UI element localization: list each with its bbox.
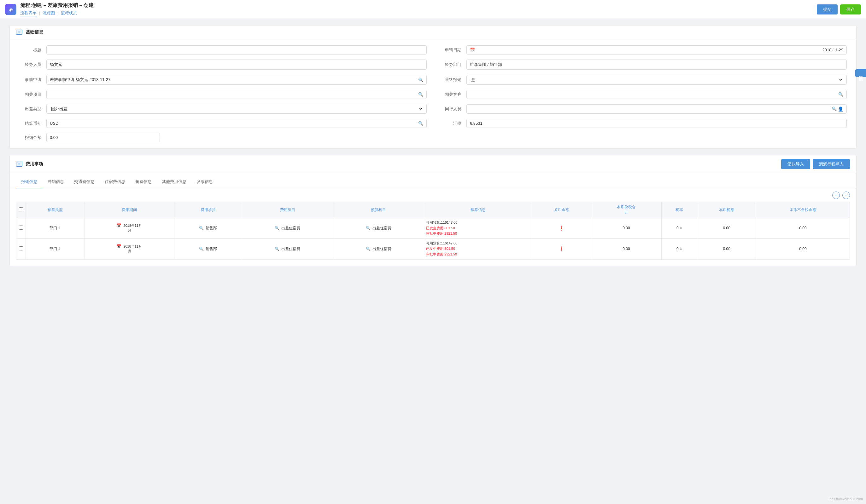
row2-budget-type-value: 部门: [49, 246, 57, 252]
related-project-search-icon[interactable]: 🔍: [418, 92, 423, 97]
remove-row-button[interactable]: −: [842, 192, 850, 199]
basic-info-header: ≡ 基础信息: [10, 25, 856, 39]
row1-bearer-value: 销售部: [206, 226, 217, 230]
trip-type-input[interactable]: 国外出差 国内出差: [46, 104, 427, 114]
pre-apply-input[interactable]: 差旅事前申请-杨文元-2018-11-27 🔍: [46, 75, 427, 85]
companion-input[interactable]: 🔍 👤: [466, 104, 847, 114]
dept-input[interactable]: 维森集团 / 销售部: [466, 59, 847, 70]
save-button[interactable]: 保存: [840, 4, 861, 14]
col-local-no-tax: 本币不含税金额: [756, 202, 850, 218]
operator-label: 经办人员: [19, 62, 41, 67]
row1-local-tax-total: 0.00: [591, 218, 661, 239]
pre-apply-value: 差旅事前申请-杨文元-2018-11-27: [50, 77, 418, 82]
amount-input[interactable]: 0.00: [46, 133, 160, 142]
row2-budget-subject: 🔍 出差住宿费: [333, 239, 424, 259]
row1-period-icon: 📅: [117, 224, 121, 228]
related-customer-input[interactable]: 🔍: [466, 90, 847, 99]
header-nav: 流程表单 | 流程图 | 流程状态: [20, 10, 94, 16]
trip-type-select[interactable]: 国外出差 国内出差: [50, 106, 423, 112]
apply-date-input[interactable]: 📅 2018-11-29: [466, 45, 847, 55]
row1-local-tax: 0.00: [697, 218, 756, 239]
header-left: 流程:创建 – 差旅费用报销 – 创建 流程表单 | 流程图 | 流程状态: [20, 2, 94, 16]
row2-budget-subject-search-icon[interactable]: 🔍: [366, 247, 370, 251]
currency-label: 结算币别: [19, 121, 41, 126]
row2-period: 📅 2018年11月月: [85, 239, 174, 259]
row2-tax-rate-arrow: ⇕: [679, 247, 682, 251]
nav-item-diagram[interactable]: 流程图: [43, 10, 55, 16]
add-row-button[interactable]: +: [832, 192, 840, 199]
row2-checkbox[interactable]: [19, 246, 23, 250]
row1-budget-subject: 🔍 出差住宿费: [333, 218, 424, 239]
related-customer-search-icon[interactable]: 🔍: [838, 92, 843, 97]
nav-item-status[interactable]: 流程状态: [61, 10, 77, 16]
apply-date-value: 2018-11-29: [822, 48, 844, 52]
row2-budget-subject-value: 出差住宿费: [373, 247, 391, 251]
exchange-rate-input[interactable]: 6.8531: [466, 119, 847, 128]
row1-budget-approved: 审批中费用:2921.50: [426, 231, 530, 237]
trip-type-label: 出差类型: [19, 106, 41, 112]
didi-import-button[interactable]: 滴滴行程导入: [813, 159, 850, 169]
row2-bearer-search-icon[interactable]: 🔍: [199, 247, 204, 251]
col-bearer: 费用承担: [174, 202, 242, 218]
row2-expense-item-search-icon[interactable]: 🔍: [275, 247, 279, 251]
col-budget-type: 预算类型: [26, 202, 85, 218]
row2-budget-used: 已发生费用:801.50: [426, 246, 530, 252]
companion-search-icon[interactable]: 🔍: [832, 106, 837, 111]
row1-expense-item: 🔍 出差住宿费: [242, 218, 333, 239]
final-reimburse-select[interactable]: 是 否: [470, 77, 843, 82]
nav-item-form[interactable]: 流程表单: [20, 10, 36, 16]
pre-apply-search-icon[interactable]: 🔍: [418, 78, 423, 82]
table-row: 部门 ⇕ 📅 2018年11月月 🔍 销售部: [16, 239, 850, 259]
row1-checkbox[interactable]: [19, 226, 23, 230]
row2-tax-rate-value: 0: [676, 247, 679, 251]
tab-transport[interactable]: 交通费信息: [69, 176, 100, 188]
title-field[interactable]: 差旅费用报销-杨文元-2018-11-29: [50, 48, 423, 52]
row1-checkbox-cell: [16, 218, 26, 239]
basic-info-icon: ≡: [16, 30, 22, 35]
title-row: 标题 差旅费用报销-杨文元-2018-11-29: [19, 45, 427, 55]
dept-row: 经办部门 维森集团 / 销售部: [439, 59, 847, 70]
row1-budget-subject-search-icon[interactable]: 🔍: [366, 226, 370, 230]
row1-budget-available: 可用预算:116147.00: [426, 220, 530, 226]
row1-expense-item-search-icon[interactable]: 🔍: [275, 226, 279, 230]
expense-table: 预算类型 费用期间 费用承担 费用项目 预算科目 预算信息 原币金额 本币价税合…: [16, 202, 850, 260]
basic-info-section: ≡ 基础信息 标题 差旅费用报销-杨文元-2018-11-29 申请日期 📅 2…: [10, 25, 856, 149]
row1-bearer-search-icon[interactable]: 🔍: [199, 226, 204, 230]
col-tax-rate: 税率: [662, 202, 697, 218]
col-local-tax-total: 本币价税合计: [591, 202, 661, 218]
final-reimburse-input[interactable]: 是 否: [466, 75, 847, 85]
row2-budget-type-arrow: ⇕: [58, 247, 61, 251]
tab-reimbursement[interactable]: 报销信息: [16, 176, 43, 188]
related-project-input[interactable]: 🔍: [46, 90, 427, 99]
row1-budget-used: 已发生费用:801.50: [426, 226, 530, 231]
operator-value: 杨文元: [50, 62, 62, 67]
related-project-row: 相关项目 🔍: [19, 90, 427, 99]
expense-items-title: 费用事项: [25, 161, 43, 167]
tab-meals[interactable]: 餐费信息: [130, 176, 157, 188]
row1-expense-item-value: 出差住宿费: [281, 226, 300, 230]
row2-budget-approved: 审批中费用:2921.50: [426, 252, 530, 257]
tab-accommodation[interactable]: 住宿费信息: [100, 176, 130, 188]
amount-placeholder: [439, 133, 847, 142]
row2-budget-type: 部门 ⇕: [26, 239, 85, 259]
related-customer-row: 相关客户 🔍: [439, 90, 847, 99]
row1-bearer: 🔍 销售部: [174, 218, 242, 239]
row2-original-amount: ❗: [532, 239, 591, 259]
select-all-checkbox[interactable]: [19, 207, 23, 211]
col-local-tax: 本币税额: [697, 202, 756, 218]
tab-writeoff[interactable]: 冲销信息: [43, 176, 69, 188]
tab-other[interactable]: 其他费用信息: [157, 176, 191, 188]
operator-input[interactable]: 杨文元: [46, 59, 427, 70]
submit-button[interactable]: 提交: [817, 4, 837, 14]
currency-search-icon[interactable]: 🔍: [418, 121, 423, 126]
floating-map-button[interactable]: 报账 地图: [855, 69, 866, 77]
title-input[interactable]: 差旅费用报销-杨文元-2018-11-29: [46, 45, 427, 55]
tab-invoice[interactable]: 发票信息: [191, 176, 218, 188]
dept-value: 维森集团 / 销售部: [470, 62, 502, 67]
row1-budget-type-arrow: ⇕: [58, 226, 61, 230]
row1-period-value: 2018年11月月: [123, 224, 142, 232]
row1-tax-rate-arrow: ⇕: [679, 226, 682, 230]
account-import-button[interactable]: 记账导入: [781, 159, 810, 169]
calendar-icon: 📅: [470, 48, 475, 52]
currency-input[interactable]: USD 🔍: [46, 119, 427, 128]
